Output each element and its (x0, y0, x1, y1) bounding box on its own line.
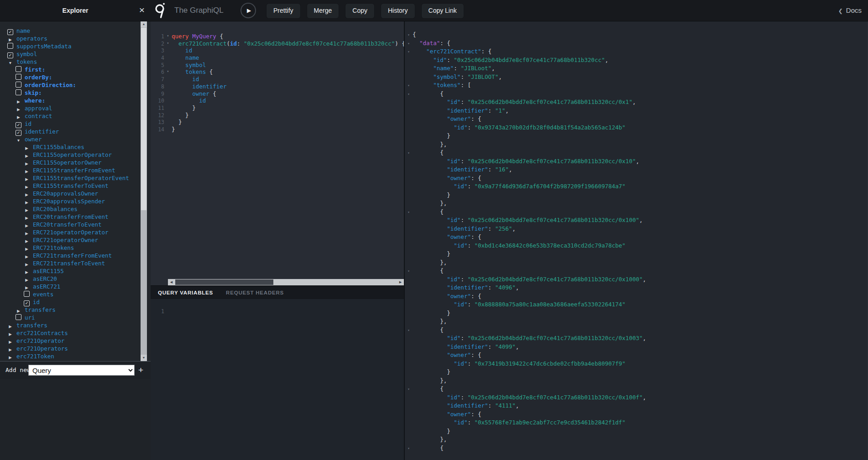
tree-item-ERC721transferFromEvent[interactable]: ▶ERC721transferFromEvent (0, 252, 140, 259)
copy-button[interactable]: Copy (345, 3, 375, 19)
chevron-collapsed-icon[interactable]: ▶ (25, 223, 28, 228)
add-operation-button[interactable]: + (138, 362, 143, 379)
tree-item-erc721Operator[interactable]: ▶erc721Operator (0, 337, 140, 345)
tree-item-supportsMetadata[interactable]: supportsMetadata (0, 42, 140, 50)
tree-item-identifier[interactable]: ✓identifier (0, 128, 140, 135)
tree-item-id[interactable]: ✓id (0, 298, 140, 306)
tree-item-skip[interactable]: skip: (0, 89, 140, 97)
chevron-collapsed-icon[interactable]: ▶ (25, 200, 28, 205)
chevron-collapsed-icon[interactable]: ▶ (25, 177, 28, 181)
tree-item-ERC721operatorOwner[interactable]: ▶ERC721operatorOwner (0, 236, 140, 244)
tree-item-ERC721operatorOperator[interactable]: ▶ERC721operatorOperator (0, 228, 140, 236)
tree-item-name[interactable]: ✓name (0, 27, 140, 35)
tree-item-erc721Operators[interactable]: ▶erc721Operators (0, 345, 140, 352)
tree-item-erc721Contracts[interactable]: ▶erc721Contracts (0, 329, 140, 337)
execute-query-button[interactable]: ▶ (241, 3, 256, 18)
checkbox-checked-icon[interactable]: ✓ (24, 300, 30, 306)
fold-icon[interactable]: ▾ (164, 40, 172, 47)
tree-item-ERC1155operatorOperator[interactable]: ▶ERC1155operatorOperator (0, 151, 140, 159)
tree-item-asERC721[interactable]: ▶asERC721 (0, 283, 140, 290)
fold-icon[interactable]: ▾ (405, 208, 413, 217)
chevron-collapsed-icon[interactable]: ▶ (17, 107, 20, 112)
chevron-collapsed-icon[interactable]: ▶ (25, 247, 28, 251)
merge-button[interactable]: Merge (307, 3, 340, 19)
fold-icon[interactable]: ▾ (405, 149, 413, 158)
tree-item-tokens[interactable]: ▼tokens (0, 58, 140, 66)
fold-icon[interactable]: ▾ (405, 267, 413, 276)
tree-item-ERC1155transferOperatorEvent[interactable]: ▶ERC1155transferOperatorEvent (0, 174, 140, 182)
tree-item-operators[interactable]: ▶operators (0, 35, 140, 42)
chevron-collapsed-icon[interactable]: ▶ (25, 154, 28, 158)
scrollbar-thumb[interactable] (141, 28, 146, 210)
checkbox-unchecked-icon[interactable] (16, 82, 21, 88)
explorer-scrollbar[interactable]: ▲ ▼ (141, 21, 147, 361)
operation-type-select[interactable]: Query (28, 365, 135, 376)
tree-item-id[interactable]: ✓id (0, 120, 140, 128)
chevron-collapsed-icon[interactable]: ▶ (17, 99, 20, 104)
scroll-left-icon[interactable]: ◀ (168, 279, 175, 285)
tree-item-owner[interactable]: ▼owner (0, 135, 140, 143)
checkbox-unchecked-icon[interactable] (16, 314, 21, 320)
query-variables-editor[interactable]: 1 (151, 299, 404, 460)
scroll-up-icon[interactable]: ▲ (141, 21, 147, 27)
docs-button[interactable]: ❮Docs (838, 0, 862, 21)
fold-icon[interactable]: ▾ (405, 31, 413, 40)
tree-item-symbol[interactable]: ✓symbol (0, 50, 140, 58)
tree-item-ERC1155transferFromEvent[interactable]: ▶ERC1155transferFromEvent (0, 166, 140, 174)
tab-query-variables[interactable]: QUERY VARIABLES (158, 290, 213, 295)
tree-item-uri[interactable]: uri (0, 314, 140, 321)
prettify-button[interactable]: Prettify (266, 3, 301, 19)
chevron-collapsed-icon[interactable]: ▶ (17, 115, 20, 119)
chevron-expanded-icon[interactable]: ▼ (8, 61, 12, 65)
fold-icon[interactable]: ▾ (164, 33, 172, 40)
tree-item-events[interactable]: events (0, 290, 140, 298)
tree-item-ERC1155balances[interactable]: ▶ERC1155balances (0, 143, 140, 151)
fold-icon[interactable]: ▾ (164, 68, 172, 76)
fold-icon[interactable]: ▾ (405, 82, 413, 90)
tree-item-orderDirection[interactable]: orderDirection: (0, 81, 140, 89)
chevron-collapsed-icon[interactable]: ▶ (25, 185, 28, 189)
chevron-collapsed-icon[interactable]: ▶ (9, 355, 12, 360)
fold-icon[interactable]: ▾ (405, 90, 413, 99)
tab-request-headers[interactable]: REQUEST HEADERS (226, 290, 284, 295)
tree-item-erc721Token[interactable]: ▶erc721Token (0, 352, 140, 360)
checkbox-unchecked-icon[interactable] (7, 43, 13, 49)
fold-icon[interactable]: ▾ (405, 40, 413, 48)
editor-horizontal-scrollbar[interactable]: ◀ ▶ (168, 279, 404, 285)
tree-item-ERC721transferToEvent[interactable]: ▶ERC721transferToEvent (0, 259, 140, 267)
chevron-collapsed-icon[interactable]: ▶ (25, 231, 28, 236)
chevron-collapsed-icon[interactable]: ▶ (25, 254, 28, 259)
scroll-down-icon[interactable]: ▼ (141, 355, 147, 361)
chevron-collapsed-icon[interactable]: ▶ (9, 340, 12, 344)
checkbox-unchecked-icon[interactable] (24, 291, 30, 297)
fold-icon[interactable]: ▾ (405, 444, 413, 453)
chevron-collapsed-icon[interactable]: ▶ (9, 332, 12, 336)
chevron-collapsed-icon[interactable]: ▶ (17, 309, 20, 313)
chevron-collapsed-icon[interactable]: ▶ (25, 208, 28, 212)
tree-item-where[interactable]: ▶where: (0, 97, 140, 104)
chevron-collapsed-icon[interactable]: ▶ (25, 278, 28, 282)
chevron-collapsed-icon[interactable]: ▶ (25, 262, 28, 267)
tree-item-ERC20approvalsSpender[interactable]: ▶ERC20approvalsSpender (0, 197, 140, 205)
tree-item-approval[interactable]: ▶approval (0, 104, 140, 112)
chevron-collapsed-icon[interactable]: ▶ (9, 324, 12, 329)
tree-item-ERC20balances[interactable]: ▶ERC20balances (0, 205, 140, 213)
chevron-expanded-icon[interactable]: ▼ (16, 138, 20, 143)
tree-item-asERC1155[interactable]: ▶asERC1155 (0, 267, 140, 275)
chevron-collapsed-icon[interactable]: ▶ (25, 161, 28, 166)
tree-item-asERC20[interactable]: ▶asERC20 (0, 275, 140, 283)
tree-item-ERC20approvalsOwner[interactable]: ▶ERC20approvalsOwner (0, 190, 140, 197)
checkbox-unchecked-icon[interactable] (16, 74, 21, 80)
history-button[interactable]: History (381, 3, 415, 19)
scroll-right-icon[interactable]: ▶ (397, 279, 404, 285)
close-icon[interactable]: × (139, 0, 145, 20)
chevron-collapsed-icon[interactable]: ▶ (25, 146, 28, 150)
tree-item-ERC1155transferToEvent[interactable]: ▶ERC1155transferToEvent (0, 182, 140, 190)
tree-item-ERC20transferFromEvent[interactable]: ▶ERC20transferFromEvent (0, 213, 140, 221)
tree-item-orderBy[interactable]: orderBy: (0, 73, 140, 81)
tree-item-contract[interactable]: ▶contract (0, 112, 140, 120)
copy-link-button[interactable]: Copy Link (421, 3, 464, 19)
checkbox-unchecked-icon[interactable] (16, 66, 21, 72)
tree-item-transfers[interactable]: ▶transfers (0, 321, 140, 329)
checkbox-unchecked-icon[interactable] (16, 89, 21, 95)
